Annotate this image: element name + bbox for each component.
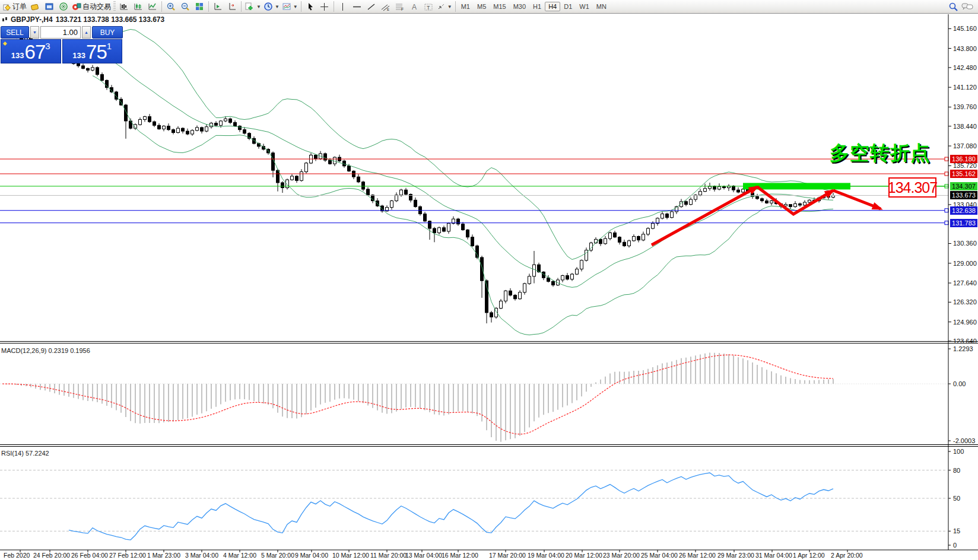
zoom-in-button[interactable]: [164, 1, 178, 12]
buy-price-box[interactable]: 133 75 1: [62, 39, 123, 63]
sell-button[interactable]: SELL: [1, 26, 29, 39]
svg-text:138.440: 138.440: [953, 123, 977, 130]
symbol-info: GBPJPY-,H4 133.721 133.738 133.665 133.6…: [2, 15, 164, 24]
auto-scroll-button[interactable]: [211, 1, 225, 12]
volume-decrease-button[interactable]: ▼: [30, 26, 39, 39]
svg-text:-2.0003: -2.0003: [953, 437, 975, 444]
buy-button[interactable]: BUY: [92, 26, 123, 39]
timeframe-m30[interactable]: M30: [510, 2, 529, 11]
signal-button[interactable]: [56, 1, 71, 12]
channel-button[interactable]: E: [379, 1, 393, 12]
price-tag-136.180: 136.180: [950, 155, 977, 163]
toolbar-grip: [113, 1, 116, 12]
chart-shift-button[interactable]: [225, 1, 239, 12]
svg-text:130.360: 130.360: [953, 240, 977, 247]
chart-canvas[interactable]: 145.160143.800142.480141.120139.760138.4…: [0, 0, 978, 560]
macd-indicator: 1.22930.00-2.0003: [0, 345, 975, 444]
svg-text:100: 100: [953, 448, 964, 455]
svg-text:27 Feb 12:00: 27 Feb 12:00: [109, 552, 146, 559]
price-tag-131.783: 131.783: [950, 219, 977, 227]
trendline-icon: [367, 2, 376, 11]
sell-price-point: 3: [45, 42, 50, 50]
timeframe-m1[interactable]: M1: [458, 2, 474, 11]
data-window-button[interactable]: [42, 1, 56, 12]
svg-text:24 Feb 20:00: 24 Feb 20:00: [33, 552, 70, 559]
candlesticks: [1, 30, 835, 323]
toolbar-separator: [241, 1, 242, 12]
bar-chart-button[interactable]: [117, 1, 131, 12]
svg-text:F: F: [401, 7, 404, 11]
svg-text:143.800: 143.800: [953, 45, 977, 52]
timeframe-h4[interactable]: H4: [545, 2, 560, 11]
timeframe-h1[interactable]: H1: [529, 2, 545, 11]
autotrading-label: 自动交易: [82, 2, 111, 12]
trendline-button[interactable]: [364, 1, 379, 12]
svg-text:127.640: 127.640: [953, 279, 977, 287]
svg-text:1 Mar 23:00: 1 Mar 23:00: [147, 552, 180, 559]
svg-text:A: A: [412, 3, 417, 11]
chat-button[interactable]: [960, 1, 974, 12]
vertical-line-button[interactable]: [336, 1, 350, 12]
label-button[interactable]: T: [421, 1, 436, 12]
svg-text:19 Mar 04:00: 19 Mar 04:00: [528, 552, 564, 559]
text-button[interactable]: A: [407, 1, 421, 12]
timeframe-mn[interactable]: MN: [593, 2, 610, 11]
svg-text:23 Mar 20:00: 23 Mar 20:00: [603, 552, 640, 559]
search-button[interactable]: [946, 1, 960, 12]
svg-text:1 Apr 12:00: 1 Apr 12:00: [793, 552, 825, 559]
svg-text:31 Mar 04:00: 31 Mar 04:00: [755, 552, 792, 559]
svg-text:17 Mar 20:00: 17 Mar 20:00: [489, 552, 526, 559]
symbol-title: GBPJPY-,H4: [11, 15, 53, 24]
spread-diamond-icon: [3, 42, 7, 46]
svg-text:29 Mar 23:00: 29 Mar 23:00: [717, 552, 754, 559]
toolbar: 订单 自动交易: [0, 0, 978, 14]
tile-windows-button[interactable]: [192, 1, 207, 12]
zoom-in-icon: [166, 2, 176, 11]
volume-input[interactable]: [40, 26, 81, 39]
toolbar-separator: [161, 1, 162, 12]
periods-button[interactable]: ▼: [262, 1, 281, 12]
marketwatch-button[interactable]: [28, 1, 42, 12]
shapes-icon: [437, 2, 446, 11]
autotrading-button[interactable]: 自动交易: [71, 1, 112, 12]
template-button[interactable]: ▼: [281, 1, 299, 12]
new-order-button[interactable]: 订单: [1, 1, 28, 12]
svg-text:10 Mar 12:00: 10 Mar 12:00: [332, 552, 369, 559]
horizontal-line-button[interactable]: [350, 1, 364, 12]
timeframe-m15[interactable]: M15: [490, 2, 509, 11]
timeframe-w1[interactable]: W1: [576, 2, 593, 11]
timeframe-bar: M1M5M15M30H1H4D1W1MN: [458, 2, 610, 11]
svg-text:145.160: 145.160: [953, 25, 977, 32]
new-order-label: 订单: [12, 2, 27, 12]
svg-text:129.000: 129.000: [953, 260, 977, 267]
svg-text:0.00: 0.00: [953, 380, 966, 387]
buy-price-point: 1: [107, 42, 112, 50]
rsi-label: RSI(14) 57.2242: [1, 450, 49, 457]
svg-text:139.760: 139.760: [953, 103, 977, 110]
volume-increase-button[interactable]: ▲: [82, 26, 91, 39]
svg-text:123.640: 123.640: [953, 338, 977, 345]
timeframe-m5[interactable]: M5: [474, 2, 490, 11]
indicators-button[interactable]: ▼: [243, 1, 262, 12]
template-icon: [282, 2, 291, 11]
vertical-line-icon: [339, 2, 347, 11]
svg-text:9 Mar 04:00: 9 Mar 04:00: [295, 552, 328, 559]
time-axis: Feb 202024 Feb 20:0026 Feb 04:0027 Feb 1…: [4, 550, 863, 559]
line-chart-button[interactable]: [145, 1, 160, 12]
crosshair-button[interactable]: [317, 1, 332, 12]
new-order-icon: [2, 2, 11, 11]
text-icon: A: [410, 2, 418, 11]
buy-price-figure: 133: [72, 50, 85, 62]
marketwatch-icon: [30, 2, 40, 11]
svg-text:4 Mar 12:00: 4 Mar 12:00: [223, 552, 256, 559]
cursor-button[interactable]: [303, 1, 317, 12]
shapes-button[interactable]: ▼: [436, 1, 453, 12]
fibonacci-icon: F: [395, 2, 405, 11]
zoom-out-button[interactable]: [178, 1, 192, 12]
sell-price-box[interactable]: 133 67 3: [1, 39, 61, 63]
svg-text:50: 50: [953, 495, 960, 502]
timeframe-d1[interactable]: D1: [560, 2, 576, 11]
turning-point-annotation: 多空转折点: [830, 140, 931, 167]
candlestick-button[interactable]: [131, 1, 145, 12]
fibonacci-button[interactable]: F: [393, 1, 407, 12]
